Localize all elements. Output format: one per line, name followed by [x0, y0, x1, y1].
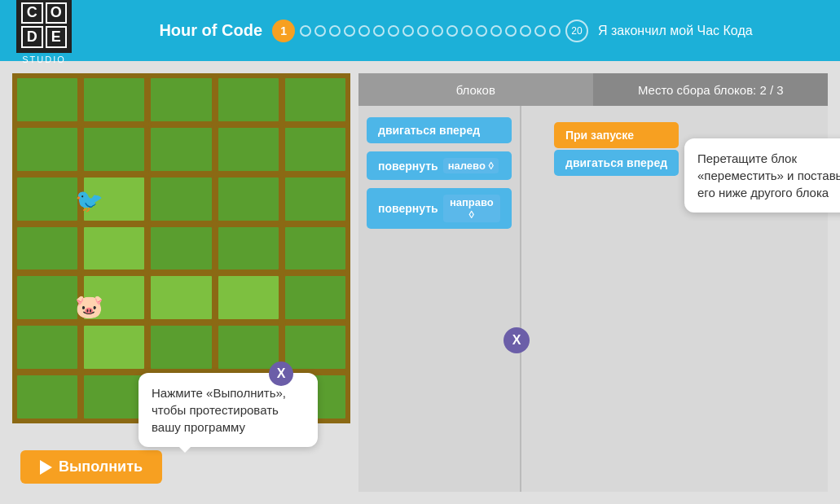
blocks-header: блоков Место сбора блоков: 2 / 3: [358, 73, 828, 106]
finished-label: Я закончил мой Час Кода: [598, 24, 753, 38]
run-button-label: Выполнить: [59, 458, 143, 476]
blocks-header-left: блоков: [358, 73, 594, 106]
cell-16: [15, 225, 80, 273]
cell-4: [216, 76, 281, 124]
cell-1: [15, 76, 80, 124]
blocks-header-right: Место сбора блоков: 2 / 3: [594, 73, 829, 106]
cell-27: [81, 323, 147, 371]
cell-9: [216, 125, 281, 173]
turn-right-dropdown-text: направо ◊: [448, 196, 495, 221]
progress-dots: [300, 25, 561, 37]
cell-29: [216, 323, 281, 371]
dot-13[interactable]: [476, 25, 487, 37]
turn-right-label: повернуть: [378, 202, 438, 215]
bird-character: 🐦: [75, 187, 103, 214]
logo-e: E: [46, 26, 68, 48]
play-icon: [40, 460, 52, 475]
dot-6[interactable]: [373, 25, 385, 37]
cell-14: [216, 175, 281, 223]
game-area: 🐦 🐷 X Нажмите «Выполнить», чтобы протест…: [12, 73, 350, 492]
cell-21: [15, 274, 80, 322]
turn-left-block[interactable]: повернуть налево ◊: [367, 151, 512, 180]
palette-x-bubble[interactable]: X: [504, 327, 530, 353]
run-button[interactable]: Выполнить: [20, 450, 162, 484]
tooltip-run-text: Нажмите «Выполнить», чтобы протестироват…: [152, 386, 286, 434]
tooltip-run: X Нажмите «Выполнить», чтобы протестиров…: [139, 373, 318, 447]
dot-8[interactable]: [402, 25, 414, 37]
cell-20: [283, 225, 348, 273]
dot-11[interactable]: [446, 25, 458, 37]
cell-13: [148, 175, 213, 223]
workspace-block-group: При запуске двигаться вперед: [554, 122, 679, 176]
tooltip-drag: X Перетащите блок «переместить» и постав…: [684, 138, 840, 213]
hour-of-code-label: Hour of Code: [159, 21, 262, 40]
cell-28: [148, 323, 213, 371]
cell-23: [148, 274, 213, 322]
blocks-area: блоков Место сбора блоков: 2 / 3 двигать…: [358, 73, 828, 492]
tooltip-drag-text: Перетащите блок «переместить» и поставьт…: [697, 151, 840, 199]
dot-14[interactable]: [490, 25, 502, 37]
logo-wrap: C O D E STUDIO: [16, 0, 72, 64]
cell-19: [216, 225, 281, 273]
blocks-workspace: При запуске двигаться вперед X Перетащит…: [521, 106, 828, 492]
header-center: Hour of Code 1: [88, 20, 824, 42]
cell-11: [15, 175, 80, 223]
pig-character: 🐷: [75, 293, 103, 320]
cell-30: [283, 323, 348, 371]
cell-17: [81, 225, 147, 273]
cell-15: [283, 175, 348, 223]
turn-left-dropdown-text: налево ◊: [448, 160, 494, 172]
dot-4[interactable]: [344, 25, 355, 37]
game-grid: [12, 73, 350, 423]
move-forward-block[interactable]: двигаться вперед: [367, 117, 512, 143]
dot-10[interactable]: [432, 25, 443, 37]
progress-end[interactable]: 20: [565, 20, 588, 42]
workspace-move-block[interactable]: двигаться вперед: [554, 150, 679, 176]
cell-6: [15, 125, 80, 173]
turn-left-label: повернуть: [378, 160, 438, 173]
dot-7[interactable]: [388, 25, 399, 37]
dot-16[interactable]: [520, 25, 531, 37]
cell-3: [148, 76, 213, 124]
dot-18[interactable]: [549, 25, 561, 37]
cell-31: [15, 373, 80, 421]
cell-7: [81, 125, 147, 173]
dot-2[interactable]: [314, 25, 326, 37]
header: C O D E STUDIO Hour of Code 1: [0, 0, 840, 61]
logo-d: D: [21, 26, 43, 48]
dot-5[interactable]: [358, 25, 370, 37]
blocks-palette: двигаться вперед повернуть налево ◊ пове…: [358, 106, 521, 492]
logo-c: C: [21, 2, 43, 24]
dot-1[interactable]: [300, 25, 311, 37]
logo: C O D E: [16, 0, 72, 53]
progress-container: 1 20: [272, 20, 588, 42]
turn-right-dropdown[interactable]: направо ◊: [443, 195, 500, 222]
blocks-content: двигаться вперед повернуть налево ◊ пове…: [358, 106, 828, 492]
cell-32: [81, 373, 147, 421]
cell-26: [15, 323, 80, 371]
cell-24: [216, 274, 281, 322]
workspace-start-block[interactable]: При запуске: [554, 122, 679, 148]
dot-15[interactable]: [505, 25, 517, 37]
cell-18: [148, 225, 213, 273]
cell-25: [283, 274, 348, 322]
cell-10: [283, 125, 348, 173]
dot-9[interactable]: [417, 25, 429, 37]
tooltip-run-close[interactable]: X: [269, 362, 293, 386]
logo-studio: STUDIO: [22, 55, 66, 64]
cell-2: [81, 76, 147, 124]
cell-8: [148, 125, 213, 173]
progress-current[interactable]: 1: [272, 20, 295, 42]
cell-5: [283, 76, 348, 124]
dot-12[interactable]: [461, 25, 473, 37]
turn-left-dropdown[interactable]: налево ◊: [443, 158, 499, 173]
turn-right-block[interactable]: повернуть направо ◊: [367, 188, 512, 229]
dot-17[interactable]: [534, 25, 546, 37]
main-content: 🐦 🐷 X Нажмите «Выполнить», чтобы протест…: [0, 61, 840, 504]
logo-o: O: [46, 2, 68, 24]
dot-3[interactable]: [329, 25, 341, 37]
